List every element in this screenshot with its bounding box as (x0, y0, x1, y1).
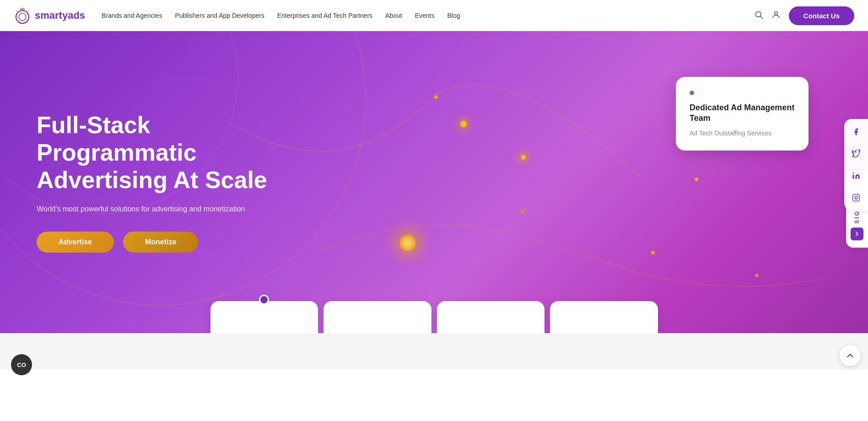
social-icons-group (844, 119, 868, 210)
logo[interactable]: smartyads (14, 7, 85, 24)
svg-line-5 (16, 11, 18, 12)
hero-dot-6 (695, 178, 698, 181)
nav-actions: Contact Us (754, 6, 854, 25)
bottom-card-fullstack[interactable]: Full-Stack Ad Platform (210, 301, 318, 333)
svg-point-13 (855, 196, 857, 199)
signup-arrow-icon[interactable] (851, 227, 863, 240)
hero-title: Full-Stack Programmatic Advertising At S… (37, 112, 284, 194)
bottom-card-dot-0 (259, 295, 269, 305)
facebook-link[interactable] (848, 124, 864, 140)
svg-point-4 (22, 8, 23, 10)
brand-name: smartyads (35, 10, 85, 22)
hero-card: Dedicated Ad Management Team Ad Tech Out… (676, 77, 809, 151)
nav-about[interactable]: About (385, 12, 402, 19)
nav-blog[interactable]: Blog (447, 12, 460, 19)
instagram-icon (852, 194, 860, 202)
nav-events[interactable]: Events (415, 12, 435, 19)
twitter-link[interactable] (848, 146, 864, 162)
nav-brands[interactable]: Brands and Agencies (102, 12, 162, 19)
svg-rect-10 (853, 175, 854, 179)
hero-subtitle: World's most powerful solutions for adve… (37, 205, 265, 213)
bottom-card-whitelabel[interactable]: White Label Solutions (550, 301, 658, 333)
instagram-link[interactable] (848, 189, 864, 206)
hero-section: Full-Stack Programmatic Advertising At S… (0, 31, 868, 333)
hero-content: Full-Stack Programmatic Advertising At S… (0, 84, 320, 280)
search-icon (754, 10, 763, 19)
logo-icon (14, 7, 31, 24)
chevron-up-icon (845, 351, 855, 361)
contact-button[interactable]: Contact Us (789, 6, 854, 25)
twitter-icon (852, 150, 860, 158)
search-button[interactable] (754, 10, 763, 22)
svg-point-0 (16, 11, 29, 23)
hero-dot-7 (651, 251, 655, 254)
hero-card-indicator (690, 91, 694, 95)
advertise-button[interactable]: Advertise (37, 232, 114, 253)
hero-dot-4 (399, 235, 416, 251)
svg-point-14 (857, 195, 858, 196)
bottom-card-dsp[interactable]: Demand Side Platform (323, 301, 431, 333)
social-sidebar (844, 119, 868, 210)
svg-line-8 (760, 16, 763, 18)
svg-point-9 (774, 11, 777, 15)
bottom-card-ssp[interactable]: Supply Side Platform (437, 301, 545, 333)
svg-point-11 (853, 173, 854, 174)
co-badge-label: CO (17, 362, 26, 368)
user-button[interactable] (771, 10, 781, 22)
navbar: smartyads Brands and Agencies Publishers… (0, 0, 868, 31)
hero-dot-5 (521, 210, 524, 213)
bottom-cards: Full-Stack Ad Platform Demand Side Platf… (208, 301, 661, 333)
hero-card-subtitle: Ad Tech Outstaffing Services (690, 130, 795, 137)
linkedin-icon (852, 172, 860, 180)
hero-buttons: Advertise Monetize (37, 232, 284, 253)
hero-card-title: Dedicated Ad Management Team (690, 103, 795, 124)
hero-dot-3 (521, 155, 526, 160)
scroll-up-button[interactable] (840, 345, 861, 366)
svg-line-6 (27, 11, 29, 12)
facebook-icon (852, 128, 860, 136)
monetize-button[interactable]: Monetize (123, 232, 198, 253)
nav-publishers[interactable]: Publishers and App Developers (175, 12, 264, 19)
user-icon (771, 10, 781, 19)
page-content-spacer (0, 333, 868, 370)
hero-dot-8 (755, 274, 759, 277)
nav-enterprises[interactable]: Enterprises and Ad Tech Partners (277, 12, 372, 19)
linkedin-link[interactable] (848, 167, 864, 184)
hero-dot-2 (460, 120, 467, 128)
nav-links: Brands and Agencies Publishers and App D… (102, 12, 754, 19)
hero-dot-1 (434, 95, 438, 99)
svg-rect-12 (853, 194, 860, 201)
svg-point-1 (19, 13, 26, 21)
arrow-right-icon (853, 230, 861, 237)
